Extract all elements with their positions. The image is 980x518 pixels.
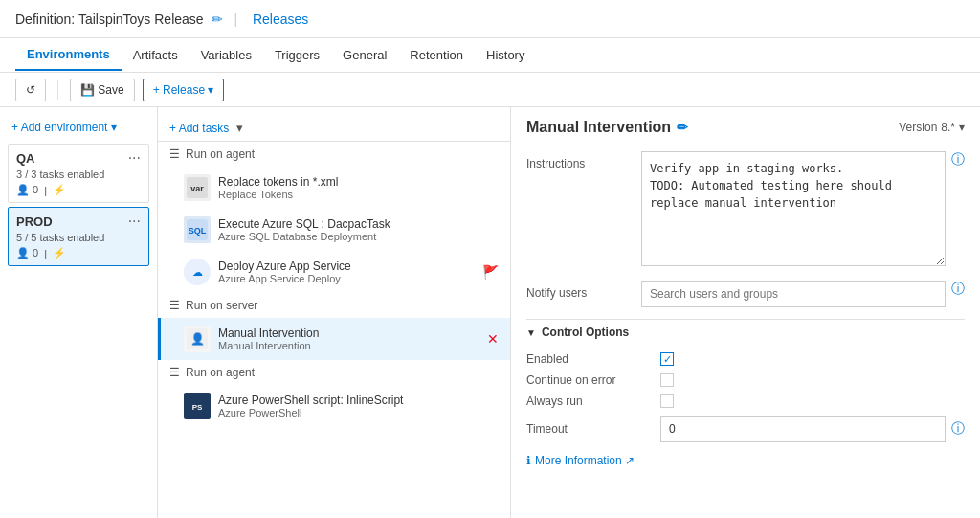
more-info-icon: ℹ xyxy=(526,454,531,467)
tab-general[interactable]: General xyxy=(331,40,398,70)
instructions-info-icon[interactable]: ⓘ xyxy=(951,151,965,169)
timeout-input[interactable] xyxy=(660,416,946,442)
add-environment-button[interactable]: + Add environment ▾ xyxy=(0,115,157,140)
version-chevron: ▾ xyxy=(959,121,965,134)
svg-text:PS: PS xyxy=(192,403,203,412)
enabled-checkmark: ✓ xyxy=(663,353,672,366)
control-options-header: ▼ Control Options xyxy=(526,319,965,345)
azure-powershell-info: Azure PowerShell script: InlineScript Az… xyxy=(218,394,499,418)
replace-tokens-info: Replace tokens in *.xml Replace Tokens xyxy=(218,175,499,200)
undo-button[interactable]: ↺ xyxy=(15,79,46,101)
section-label-server: Run on server xyxy=(186,299,257,312)
env-more-prod[interactable]: ··· xyxy=(128,214,141,229)
app-header: Definition: TailspinToys Release ✏ | Rel… xyxy=(0,0,980,38)
manual-intervention-remove-icon[interactable]: ✕ xyxy=(487,331,499,347)
section-label-2: Run on agent xyxy=(186,366,255,379)
tab-environments[interactable]: Environments xyxy=(15,39,122,71)
tab-history[interactable]: History xyxy=(475,40,536,70)
divider: | xyxy=(234,11,237,27)
svg-text:SQL: SQL xyxy=(189,226,207,236)
instructions-textarea[interactable]: Verify app in staging works. TODO: Autom… xyxy=(641,151,946,266)
timeout-info-icon[interactable]: ⓘ xyxy=(951,420,965,438)
azure-powershell-sub: Azure PowerShell xyxy=(218,407,499,418)
deploy-app-service-icon: ☁ xyxy=(184,259,211,285)
env-separator-qa: | xyxy=(44,185,47,196)
enabled-row: Enabled ✓ xyxy=(526,352,965,366)
detail-header: Manual Intervention ✏ Version 8.* ▾ xyxy=(526,119,965,136)
tab-artifacts[interactable]: Artifacts xyxy=(122,40,189,70)
task-replace-tokens[interactable]: var Replace tokens in *.xml Replace Toke… xyxy=(158,167,510,209)
manual-intervention-info: Manual Intervention Manual Intervention xyxy=(218,327,479,351)
notify-users-info-icon[interactable]: ⓘ xyxy=(951,281,965,298)
azure-powershell-icon: PS xyxy=(184,393,211,419)
task-azure-powershell[interactable]: PS Azure PowerShell script: InlineScript… xyxy=(158,385,510,427)
deploy-app-service-info: Deploy Azure App Service Azure App Servi… xyxy=(218,259,482,284)
always-run-row: Always run xyxy=(526,394,965,408)
add-tasks-plus: + Add tasks xyxy=(169,122,229,135)
enabled-checkbox[interactable]: ✓ xyxy=(660,352,674,366)
notify-users-row: Notify users ⓘ xyxy=(526,281,965,307)
environment-qa[interactable]: QA ··· 3 / 3 tasks enabled 👤 0 | ⚡ xyxy=(8,144,149,203)
section-icon-server: ☰ xyxy=(169,299,180,312)
releases-link[interactable]: Releases xyxy=(253,11,308,27)
release-button[interactable]: + Release ▾ xyxy=(143,79,225,101)
main-toolbar: ↺ 💾 Save + Release ▾ xyxy=(0,73,980,107)
env-trigger-icon-qa: ⚡ xyxy=(53,184,66,196)
add-tasks-button[interactable]: + Add tasks xyxy=(169,122,229,135)
toolbar-divider xyxy=(57,80,58,100)
section-icon-1: ☰ xyxy=(169,147,180,161)
env-more-qa[interactable]: ··· xyxy=(128,150,141,166)
control-options-section: ▼ Control Options Enabled ✓ Continue on … xyxy=(526,319,965,442)
manual-intervention-name: Manual Intervention xyxy=(218,327,479,340)
replace-tokens-sub: Replace Tokens xyxy=(218,189,499,200)
detail-edit-icon[interactable]: ✏ xyxy=(677,120,688,135)
enabled-value: ✓ xyxy=(660,352,674,366)
replace-tokens-icon: var xyxy=(184,174,211,201)
tasks-toolbar: + Add tasks ▾ xyxy=(158,115,510,142)
tab-retention[interactable]: Retention xyxy=(398,40,475,70)
env-icons-prod: 👤 0 | ⚡ xyxy=(16,247,141,259)
task-manual-intervention[interactable]: 👤 Manual Intervention Manual Interventio… xyxy=(158,318,510,360)
control-options-collapse-icon[interactable]: ▼ xyxy=(526,327,536,338)
definition-title: Definition: TailspinToys Release ✏ | Rel… xyxy=(15,11,308,27)
tasks-dropdown[interactable]: ▾ xyxy=(236,121,243,135)
tab-triggers[interactable]: Triggers xyxy=(263,40,331,70)
save-button[interactable]: 💾 Save xyxy=(70,79,135,101)
deploy-flag-icon: 🚩 xyxy=(482,264,499,280)
task-execute-sql[interactable]: SQL Execute Azure SQL : DacpacTask Azure… xyxy=(158,209,510,251)
deploy-app-service-sub: Azure App Service Deploy xyxy=(218,273,482,284)
env-separator-prod: | xyxy=(44,248,47,259)
instructions-value: Verify app in staging works. TODO: Autom… xyxy=(641,151,946,269)
more-info-link[interactable]: ℹ More Information ↗ xyxy=(526,454,965,467)
always-run-checkbox[interactable] xyxy=(660,394,674,408)
nav-tabs: Environments Artifacts Variables Trigger… xyxy=(0,38,980,73)
manual-intervention-icon: 👤 xyxy=(184,326,211,352)
detail-version[interactable]: Version 8.* ▾ xyxy=(899,121,965,134)
svg-text:👤: 👤 xyxy=(190,331,205,346)
task-deploy-app-service[interactable]: ☁ Deploy Azure App Service Azure App Ser… xyxy=(158,251,510,293)
notify-users-input[interactable] xyxy=(641,281,946,307)
section-run-on-agent-1: ☰ Run on agent xyxy=(158,142,510,167)
tasks-panel: + Add tasks ▾ ☰ Run on agent var Replace… xyxy=(158,107,511,518)
always-run-value xyxy=(660,394,674,408)
notify-users-label: Notify users xyxy=(526,281,641,300)
section-label-1: Run on agent xyxy=(186,147,255,161)
tab-variables[interactable]: Variables xyxy=(189,40,263,70)
environments-sidebar: + Add environment ▾ QA ··· 3 / 3 tasks e… xyxy=(0,107,158,518)
section-icon-2: ☰ xyxy=(169,366,180,379)
env-tasks-qa: 3 / 3 tasks enabled xyxy=(16,169,141,180)
continue-on-error-checkbox[interactable] xyxy=(660,373,674,387)
timeout-row: Timeout ⓘ xyxy=(526,416,965,442)
env-name-qa: QA xyxy=(16,151,35,166)
continue-on-error-value xyxy=(660,373,674,387)
continue-on-error-label: Continue on error xyxy=(526,373,660,387)
control-options-title: Control Options xyxy=(542,326,629,339)
env-name-prod: PROD xyxy=(16,214,53,229)
main-layout: + Add environment ▾ QA ··· 3 / 3 tasks e… xyxy=(0,107,980,518)
manual-intervention-sub: Manual Intervention xyxy=(218,340,479,351)
edit-title-icon[interactable]: ✏ xyxy=(212,11,223,27)
deploy-app-service-name: Deploy Azure App Service xyxy=(218,259,482,273)
detail-panel: Manual Intervention ✏ Version 8.* ▾ Inst… xyxy=(511,107,980,518)
environment-prod[interactable]: PROD ··· 5 / 5 tasks enabled 👤 0 | ⚡ xyxy=(8,207,149,266)
detail-title: Manual Intervention ✏ xyxy=(526,119,688,136)
